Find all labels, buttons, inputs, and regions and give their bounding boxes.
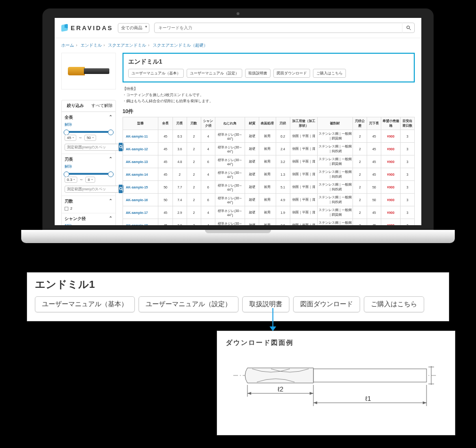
filter-reset-blade[interactable]: 解除 [65,164,113,169]
flute-option-2[interactable]: 2 [65,206,113,211]
cell: 6 [201,155,215,168]
cell: ステンレス鋼｜一般鋼｜鋳鉄網 [317,219,353,225]
th-2[interactable]: 刃長 [172,117,187,130]
crumb-1[interactable]: エンドミル [81,43,102,48]
th-9[interactable]: 加工用途（加工形状） [290,117,317,130]
doc-button-1[interactable]: ユーザーマニュアル（設定） [187,69,242,78]
th-14[interactable]: 目安出荷日数 [400,117,414,130]
th-8[interactable]: 刃径 [276,117,290,130]
doc-button-0[interactable]: ユーザーマニュアル（基本） [128,69,184,78]
svg-marker-19 [423,401,427,404]
zoom-doc-button-0[interactable]: ユーザーマニュアル（基本） [35,296,135,312]
range-high-blade[interactable]: 8 [85,177,95,183]
cell: 2 [353,168,367,181]
cell: 2 [353,219,367,225]
cell: 3 [400,130,414,143]
cell: 45 [158,206,172,219]
doc-button-4[interactable]: ご購入はこちら [313,69,346,78]
th-13[interactable]: 希望小売価格 [381,117,400,130]
zoom-doc-button-1[interactable]: ユーザーマニュアル（設定） [139,296,238,312]
th-3[interactable]: 刃数 [187,117,201,130]
cell: ¥900 [381,181,400,194]
range-slider-blade[interactable] [65,173,113,175]
cell: 標準ネジレ(30～44°) [215,143,245,155]
cell: 1.3 [276,168,290,181]
filter-label-blade: 刃長 [65,156,73,163]
category-select[interactable]: 全ての商品 [118,23,149,33]
th-11[interactable]: 刃径公差 [353,117,367,130]
zoom-panel: エンドミル1 ユーザーマニュアル（基本）ユーザーマニュアル（設定）取扱説明書図面… [27,272,449,321]
cell: 50 [367,194,381,206]
doc-button-2[interactable]: 取扱説明書 [245,69,271,78]
chevron-up-icon[interactable]: ⌃ [109,216,113,222]
cell: 被用 [259,143,276,155]
th-7[interactable]: 表面処理 [259,117,276,130]
model-link-5[interactable]: AK-sample-16 [123,194,158,206]
th-4[interactable]: シャンク径 [201,117,215,130]
cell: 50 [158,181,172,194]
spec-input-length[interactable] [65,144,119,151]
model-link-7[interactable]: AK-sample-18 [123,219,158,225]
model-link-1[interactable]: AK-sample-12 [123,143,158,155]
th-0[interactable]: 型番 [123,117,158,130]
cell: ¥900 [381,143,400,155]
filter-tab-narrow[interactable]: 絞り込み [62,100,89,111]
svg-point-0 [407,26,410,29]
cell: 超硬 [245,194,259,206]
model-link-4[interactable]: AK-sample-15 [123,181,158,194]
cell: 3 [400,143,414,155]
search-input[interactable] [155,25,402,30]
spec-input-blade[interactable] [65,186,119,193]
cell: 5.1 [276,181,290,194]
cell: 被用 [259,181,276,194]
filter-reset-shank[interactable]: 解除 [65,223,113,225]
cell: 2 [353,181,367,194]
search-button[interactable] [402,23,414,33]
crumb-0[interactable]: ホーム [61,43,74,48]
th-5[interactable]: ねじれ角 [215,117,245,130]
cell: 2.6 [276,219,290,225]
crumb-2[interactable]: スクエアエンドミル [108,43,146,48]
cell: 側面｜平面｜溝 [290,168,317,181]
cell: 50 [367,181,381,194]
model-link-3[interactable]: AK-sample-14 [123,168,158,181]
cell: ステンレス鋼｜一般鋼｜調質鋼 [317,155,353,168]
range-slider-length[interactable] [65,131,113,133]
model-link-6[interactable]: AK-sample-17 [123,206,158,219]
cell: 2 [353,143,367,155]
zoom-doc-button-3[interactable]: 図面ダウンロード [293,296,360,312]
th-1[interactable]: 全長 [158,117,172,130]
cell: 側面｜平面｜溝 [290,194,317,206]
cell: ¥900 [381,206,400,219]
page-viewport: ERAVIDAS 全ての商品 ホーム› エンドミル› スクエアエンドミル› [55,18,421,225]
th-10[interactable]: 被削材 [317,117,353,130]
cell: 2 [187,194,201,206]
zoom-doc-button-4[interactable]: ご購入はこちら [364,296,424,312]
filter-reset-all[interactable]: すべて解除 [89,100,115,111]
zoom-doc-button-2[interactable]: 取扱説明書 [242,296,289,312]
product-image[interactable] [61,53,116,90]
doc-button-3[interactable]: 図面ダウンロード [273,69,310,78]
th-6[interactable]: 材質 [245,117,259,130]
svg-line-1 [409,29,410,30]
cell: 超硬 [245,181,259,194]
range-high-length[interactable]: 50 [84,135,96,141]
th-12[interactable]: 刃下長 [367,117,381,130]
drawing-heading: ダウンロード図面例 [226,339,446,347]
chevron-up-icon[interactable]: ⌃ [109,114,113,121]
model-link-2[interactable]: AK-sample-13 [123,155,158,168]
chevron-up-icon[interactable]: ⌃ [109,156,113,163]
range-low-blade[interactable]: 0.3 [65,177,77,183]
range-low-length[interactable]: 45 [65,135,76,141]
cell: 45 [367,130,381,143]
table-row: AK-sample-11450.324標準ネジレ(30～44°)超硬被用0.2側… [123,130,415,143]
cell: 超硬 [245,219,259,225]
model-link-0[interactable]: AK-sample-11 [123,130,158,143]
brand-logo[interactable]: ERAVIDAS [61,24,113,32]
cell: 2 [187,155,201,168]
cell: 4 [201,219,215,225]
filter-reset-length[interactable]: 解除 [65,122,113,127]
cell: 3 [400,219,414,225]
chevron-up-icon[interactable]: ⌃ [109,198,113,204]
svg-rect-7 [313,369,427,382]
